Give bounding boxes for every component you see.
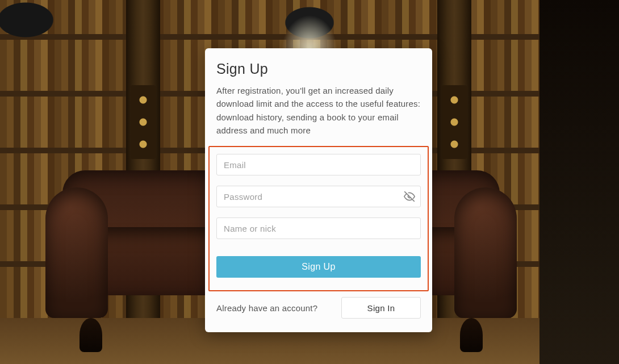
modal-title: Sign Up xyxy=(216,61,421,77)
eye-off-icon[interactable] xyxy=(404,191,415,202)
email-field[interactable] xyxy=(216,154,421,175)
signup-modal: Sign Up After registration, you'll get a… xyxy=(205,48,432,332)
name-field[interactable] xyxy=(216,217,421,239)
password-field[interactable] xyxy=(216,186,421,207)
signup-form-highlight: Sign Up xyxy=(208,146,429,291)
already-have-account-text: Already have an account? xyxy=(216,303,317,313)
page-background: Sign Up After registration, you'll get a… xyxy=(0,0,619,364)
signin-button[interactable]: Sign In xyxy=(341,297,421,319)
signup-button[interactable]: Sign Up xyxy=(216,256,421,278)
modal-description: After registration, you'll get an increa… xyxy=(216,84,421,137)
